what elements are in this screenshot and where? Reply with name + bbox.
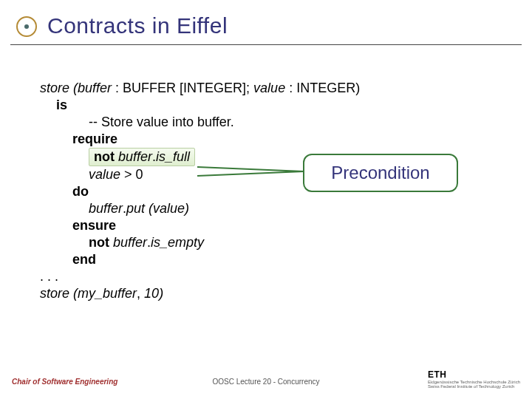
footer-logo: ETH Eidgenössische Technische Hochschule… xyxy=(428,368,520,389)
code-postcondition: not buffer.is_empty xyxy=(89,234,360,251)
code-keyword-end: end xyxy=(72,251,360,268)
code-keyword-ensure: ensure xyxy=(72,217,360,234)
code-keyword-is: is xyxy=(56,97,360,114)
code-call: store (my_buffer, 10) xyxy=(40,285,360,302)
divider xyxy=(10,44,522,45)
precondition-highlight: not buffer.is_full xyxy=(89,148,195,166)
eth-logo-icon: ETH xyxy=(428,369,447,380)
code-comment: -- Store value into buffer. xyxy=(89,114,360,131)
eth-subtitle-2: Swiss Federal Institute of Technology Zu… xyxy=(428,384,520,389)
code-body: buffer.put (value) xyxy=(89,200,360,217)
callout-label: Precondition xyxy=(331,163,429,183)
code-keyword-require: require xyxy=(72,131,360,148)
slide-bullet-icon xyxy=(16,16,37,37)
code-line-signature: store (buffer : BUFFER [INTEGER]; value … xyxy=(40,80,360,97)
page-title: Contracts in Eiffel xyxy=(47,13,532,38)
callout-precondition: Precondition xyxy=(303,154,458,192)
header: Contracts in Eiffel xyxy=(0,0,532,38)
code-ellipsis: . . . xyxy=(40,268,360,285)
